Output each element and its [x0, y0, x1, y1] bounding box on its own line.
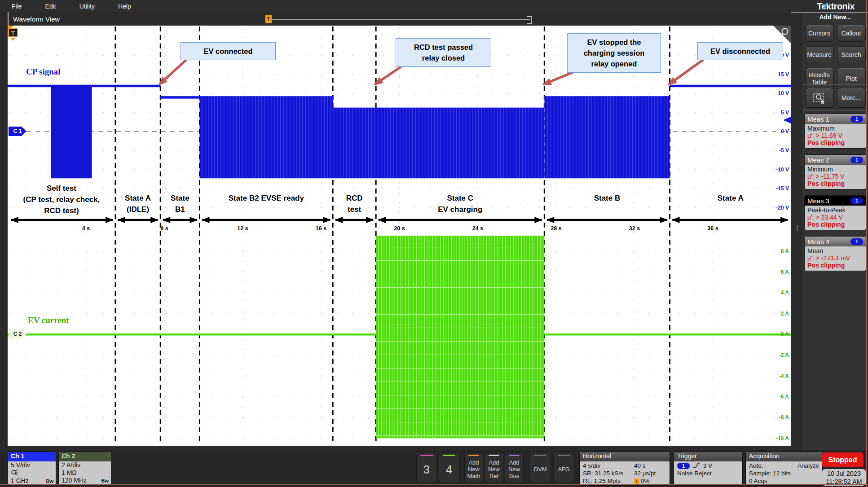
- cp-signal-label: CP signal: [26, 67, 61, 77]
- ch1-probe-row: [8, 469, 56, 477]
- waveform-display[interactable]: T CP signal EV current C 1 C 2 20 V15 V1…: [8, 26, 791, 446]
- sidebar-button-plot[interactable]: Plot: [837, 68, 866, 89]
- ch1-bandwidth-row: 1 GHzBw: [8, 477, 56, 485]
- acquisition-panel[interactable]: Acquisition Auto,Analyze Sample: 12 bits…: [745, 452, 823, 486]
- sidebar-divider: [803, 84, 867, 85]
- trigger-pos-icon: T: [634, 478, 639, 484]
- annotation-box: EV connected: [181, 42, 276, 60]
- sidebar-button-cursors[interactable]: Cursors: [805, 25, 834, 42]
- state-label: State A(IDLE): [125, 193, 151, 215]
- time-tick-label: 8 s: [160, 225, 168, 232]
- sidebar-button-search[interactable]: Search: [837, 46, 866, 63]
- horizontal-window: 40 s: [634, 462, 666, 469]
- voltage-tick-label: 0 V: [781, 128, 789, 135]
- menu-item-help[interactable]: Help: [106, 1, 143, 11]
- tab-waveform-view[interactable]: Waveform View: [8, 12, 791, 26]
- current-tick-label: -10 A: [776, 435, 789, 442]
- time-tick-label: 28 s: [551, 225, 561, 232]
- scroll-handle[interactable]: [795, 225, 799, 235]
- trigger-source-marker[interactable]: T: [8, 28, 18, 37]
- sidebar-button-results-table[interactable]: Results Table: [805, 68, 834, 89]
- voltage-tick-label: -5 V: [779, 147, 789, 154]
- button-add-new-bus[interactable]: AddNewBus: [505, 452, 524, 483]
- sidebar-button-measure[interactable]: Measure: [805, 46, 834, 63]
- state-label: RCDtest: [346, 193, 363, 215]
- screen-right-edge: [866, 0, 867, 487]
- button-label: AddNewBus: [508, 459, 520, 479]
- menu-bar: FileEditUtilityHelp: [0, 0, 868, 12]
- current-tick-label: -8 A: [779, 414, 789, 421]
- measurement-panel[interactable]: Meas 41Meanµ': > -273.4 mVPos clipping: [804, 236, 866, 271]
- voltage-tick-label: -15 V: [776, 185, 789, 192]
- measurement-type: Minimum: [807, 166, 863, 173]
- probe-icon: [11, 469, 19, 475]
- button-add-new-math[interactable]: AddNewMath: [464, 452, 483, 483]
- measurement-title: Meas 3: [807, 197, 829, 205]
- measurement-body: Meanµ': > -273.4 mVPos clipping: [805, 246, 866, 271]
- button-3[interactable]: 3: [416, 452, 437, 483]
- waveform-canvas[interactable]: [8, 26, 791, 446]
- button-add-new-ref[interactable]: AddNewRef: [485, 452, 503, 483]
- current-tick-label: 4 A: [781, 290, 789, 296]
- horizontal-res: 32 µs/pt: [634, 469, 666, 477]
- menu-item-file[interactable]: File: [0, 1, 34, 11]
- measurement-value: µ': > 23.44 V: [807, 214, 863, 221]
- channel-2-badge[interactable]: Ch 2 2 A/div 1 MΩ 120 MHzBw: [58, 452, 111, 485]
- more-button[interactable]: More...: [837, 88, 866, 108]
- measurement-panel[interactable]: Meas 21Minimumµ': > -11.75 VPos clipping: [804, 154, 866, 189]
- acquisition-acqs: 0 Acqs: [749, 477, 819, 485]
- zoom-select-button[interactable]: [805, 88, 834, 108]
- annotation-line: EV stopped the: [568, 37, 661, 48]
- button-4[interactable]: 4: [439, 452, 459, 483]
- right-sidebar: CursorsCalloutMeasureSearchResults Table…: [802, 0, 868, 450]
- time-tick-label: 20 s: [394, 225, 405, 232]
- timeline-right-bracket[interactable]: [527, 16, 532, 24]
- measurement-body: Maximumµ': > 11.69 VPos clipping: [805, 124, 866, 148]
- current-tick-label: 0 A: [781, 331, 789, 338]
- measurement-panel[interactable]: Meas 11Maximumµ': > 11.69 VPos clipping: [804, 114, 866, 149]
- state-label: State B: [594, 193, 621, 204]
- measurement-source-badge: 1: [850, 157, 863, 163]
- annotation-box: RCD test passedrelay closed: [396, 38, 491, 67]
- channel-color-stripe: [420, 455, 432, 456]
- trigger-level: 3 V: [703, 462, 712, 469]
- status-bar: Ch 1 5 V/div 1 GHzBw Ch 2 2 A/div 1 MΩ 1…: [0, 450, 868, 487]
- current-tick-label: 6 A: [781, 269, 789, 275]
- measurement-status: Pos clipping: [807, 221, 863, 228]
- run-state-button[interactable]: Stopped: [822, 452, 864, 467]
- timeline-bar[interactable]: [267, 19, 530, 20]
- sidebar-button-grid: CursorsCalloutMeasureSearchResults Table…: [805, 25, 865, 89]
- menu-item-edit[interactable]: Edit: [34, 1, 68, 11]
- button-afg[interactable]: AFG: [553, 452, 574, 483]
- channel-color-stripe: [558, 455, 570, 456]
- sidebar-divider2: [803, 110, 867, 111]
- channel-color-stripe: [443, 455, 455, 456]
- trigger-panel[interactable]: Trigger 1 3 V Noise Reject: [674, 452, 743, 486]
- button-label: AddNewRef: [488, 459, 500, 479]
- measurement-body: Minimumµ': > -11.75 VPos clipping: [805, 165, 866, 189]
- measurement-body: Peak-to-Peakµ': > 23.44 VPos clipping: [805, 206, 866, 230]
- measurement-header: Meas 21: [805, 155, 866, 165]
- horizontal-panel[interactable]: Horizontal 4 s/div40 s SR: 31.25 kS/s32 …: [579, 452, 670, 486]
- measurement-header: Meas 11: [805, 114, 866, 124]
- sidebar-button-callout[interactable]: Callout: [837, 25, 866, 42]
- button-dvm[interactable]: DVM: [530, 452, 551, 483]
- ch2-impedance: 1 MΩ: [59, 469, 111, 477]
- measurement-source-badge: 1: [850, 238, 863, 245]
- horizontal-scale: 4 s/div: [583, 462, 634, 469]
- trigger-source-badge: 1: [677, 463, 690, 469]
- button-label: DVM: [534, 466, 547, 473]
- measurement-panel[interactable]: Meas 31Peak-to-Peakµ': > 23.44 VPos clip…: [804, 195, 866, 230]
- trigger-position-marker[interactable]: T: [265, 15, 272, 24]
- voltage-tick-label: -10 V: [776, 167, 789, 173]
- menu-item-utility[interactable]: Utility: [68, 1, 106, 11]
- measurement-header: Meas 31: [805, 196, 866, 206]
- button-label: 3: [423, 463, 430, 476]
- horizontal-title: Horizontal: [580, 452, 670, 461]
- channel-1-badge[interactable]: Ch 1 5 V/div 1 GHzBw: [8, 452, 56, 485]
- channel-color-stripe: [509, 455, 520, 456]
- state-label: Self test(CP test, relay check,RCD test): [23, 183, 100, 216]
- time-tick-label: 36 s: [707, 225, 718, 232]
- measurement-type: Peak-to-Peak: [807, 206, 863, 214]
- date-label: 10 Jul 2023: [822, 469, 866, 478]
